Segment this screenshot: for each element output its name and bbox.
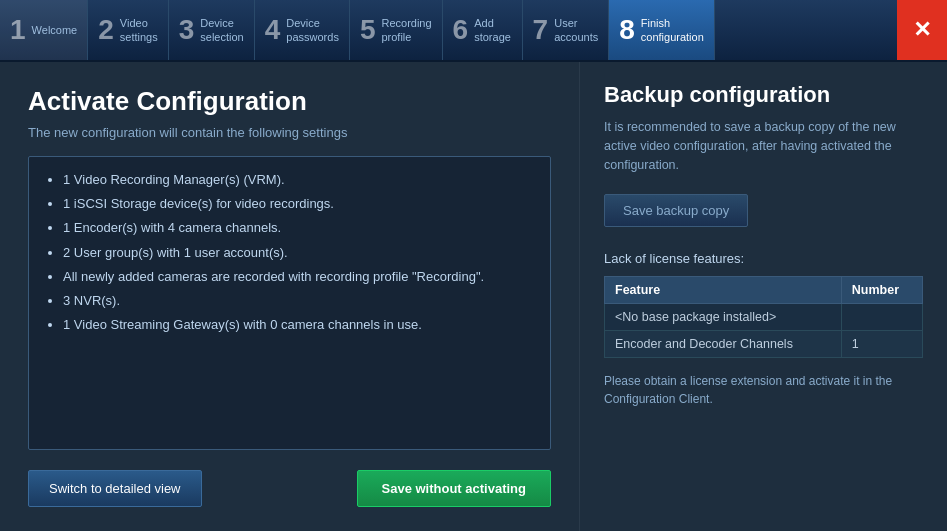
license-col-feature: Feature xyxy=(605,277,842,304)
close-button[interactable]: ✕ xyxy=(897,0,947,60)
config-list-item: All newly added cameras are recorded wit… xyxy=(63,268,534,286)
license-table-row: Encoder and Decoder Channels1 xyxy=(605,331,923,358)
nav-label-user-accounts: Useraccounts xyxy=(554,16,598,45)
nav-num-video-settings: 2 xyxy=(98,16,114,44)
nav-num-recording-profile: 5 xyxy=(360,16,376,44)
save-without-activating-button[interactable]: Save without activating xyxy=(357,470,551,507)
save-backup-copy-button[interactable]: Save backup copy xyxy=(604,194,748,227)
page-subtitle: The new configuration will contain the f… xyxy=(28,125,551,140)
license-col-number: Number xyxy=(841,277,922,304)
config-list-item: 1 Video Recording Manager(s) (VRM). xyxy=(63,171,534,189)
right-panel: Backup configuration It is recommended t… xyxy=(580,62,947,531)
backup-title: Backup configuration xyxy=(604,82,923,108)
top-navigation: 1 Welcome 2 Videosettings 3 Deviceselect… xyxy=(0,0,947,62)
nav-label-video-settings: Videosettings xyxy=(120,16,158,45)
nav-item-recording-profile[interactable]: 5 Recordingprofile xyxy=(350,0,443,60)
nav-item-add-storage[interactable]: 6 Addstorage xyxy=(443,0,523,60)
nav-label-recording-profile: Recordingprofile xyxy=(381,16,431,45)
nav-label-welcome: Welcome xyxy=(32,23,78,37)
config-summary-box: 1 Video Recording Manager(s) (VRM).1 iSC… xyxy=(28,156,551,450)
config-list-item: 1 Encoder(s) with 4 camera channels. xyxy=(63,219,534,237)
license-table-body: <No base package installed>Encoder and D… xyxy=(605,304,923,358)
nav-num-add-storage: 6 xyxy=(453,16,469,44)
nav-item-device-selection[interactable]: 3 Deviceselection xyxy=(169,0,255,60)
bottom-actions: Switch to detailed view Save without act… xyxy=(28,470,551,507)
nav-label-finish-configuration: Finishconfiguration xyxy=(641,16,704,45)
config-list-item: 3 NVR(s). xyxy=(63,292,534,310)
license-table: Feature Number <No base package installe… xyxy=(604,276,923,358)
nav-item-user-accounts[interactable]: 7 Useraccounts xyxy=(523,0,610,60)
nav-label-device-selection: Deviceselection xyxy=(200,16,243,45)
left-panel: Activate Configuration The new configura… xyxy=(0,62,580,531)
nav-item-finish-configuration[interactable]: 8 Finishconfiguration xyxy=(609,0,715,60)
nav-num-welcome: 1 xyxy=(10,16,26,44)
main-content: Activate Configuration The new configura… xyxy=(0,62,947,531)
nav-item-video-settings[interactable]: 2 Videosettings xyxy=(88,0,169,60)
nav-label-device-passwords: Devicepasswords xyxy=(286,16,339,45)
config-list-item: 1 iSCSI Storage device(s) for video reco… xyxy=(63,195,534,213)
backup-description: It is recommended to save a backup copy … xyxy=(604,118,923,174)
license-feature-cell: <No base package installed> xyxy=(605,304,842,331)
nav-items: 1 Welcome 2 Videosettings 3 Deviceselect… xyxy=(0,0,897,60)
nav-num-user-accounts: 7 xyxy=(533,16,549,44)
license-footer: Please obtain a license extension and ac… xyxy=(604,372,923,408)
license-number-cell xyxy=(841,304,922,331)
page-title: Activate Configuration xyxy=(28,86,551,117)
config-list-item: 1 Video Streaming Gateway(s) with 0 came… xyxy=(63,316,534,334)
nav-num-device-selection: 3 xyxy=(179,16,195,44)
nav-num-finish-configuration: 8 xyxy=(619,16,635,44)
nav-item-device-passwords[interactable]: 4 Devicepasswords xyxy=(255,0,350,60)
license-table-row: <No base package installed> xyxy=(605,304,923,331)
license-number-cell: 1 xyxy=(841,331,922,358)
nav-label-add-storage: Addstorage xyxy=(474,16,511,45)
nav-item-welcome[interactable]: 1 Welcome xyxy=(0,0,88,60)
switch-to-detailed-view-button[interactable]: Switch to detailed view xyxy=(28,470,202,507)
license-title: Lack of license features: xyxy=(604,251,923,266)
nav-num-device-passwords: 4 xyxy=(265,16,281,44)
license-feature-cell: Encoder and Decoder Channels xyxy=(605,331,842,358)
config-list-item: 2 User group(s) with 1 user account(s). xyxy=(63,244,534,262)
config-list: 1 Video Recording Manager(s) (VRM).1 iSC… xyxy=(45,171,534,334)
